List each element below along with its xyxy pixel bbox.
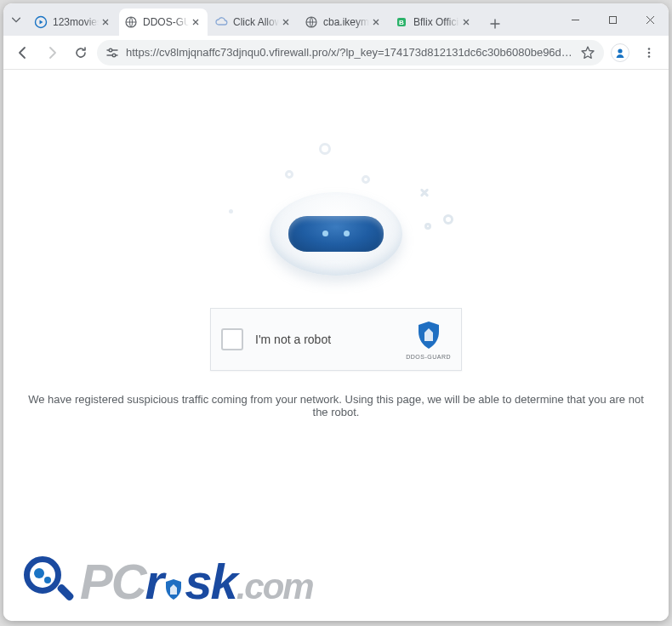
close-icon	[646, 15, 655, 25]
tab-title: DDOS-GUARD	[143, 16, 189, 28]
globe-icon	[305, 15, 318, 29]
minimize-button[interactable]	[556, 3, 594, 36]
tab-title: 123movies	[53, 16, 99, 28]
bflix-icon: B	[395, 15, 408, 29]
watermark-risk: rsk	[145, 557, 236, 606]
svg-rect-12	[170, 588, 177, 595]
close-icon	[373, 19, 379, 26]
tune-icon	[105, 46, 119, 60]
new-tab-button[interactable]	[483, 12, 507, 36]
tab-1[interactable]: DDOS-GUARD	[119, 9, 208, 36]
svg-point-10	[648, 51, 651, 54]
watermark-com: .com	[236, 569, 313, 605]
arrow-right-icon	[45, 46, 59, 60]
maximize-icon	[608, 15, 618, 25]
titlebar: 123movies DDOS-GUARD Click Allow	[3, 3, 669, 36]
close-icon	[282, 19, 289, 26]
svg-point-6	[109, 48, 112, 52]
svg-point-9	[648, 48, 651, 50]
forward-button[interactable]	[39, 40, 65, 65]
svg-point-11	[648, 55, 651, 58]
tab-close-button[interactable]	[279, 15, 293, 29]
close-icon	[102, 19, 109, 26]
watermark-pc: PC	[80, 557, 145, 606]
robot-illustration	[217, 138, 455, 291]
captcha-brand: DDOS-GUARD	[406, 320, 451, 360]
close-icon	[463, 19, 470, 26]
tab-title: cba.ikeyma	[323, 16, 369, 28]
url-text: https://cv8lmjqnaffc73djnqu0.vfirewall.p…	[126, 46, 573, 59]
kebab-icon	[643, 47, 655, 59]
tab-title: Bflix Official	[413, 16, 459, 28]
watermark-text: PC rsk .com	[80, 557, 313, 606]
tab-close-button[interactable]	[369, 15, 383, 29]
play-icon	[34, 15, 48, 29]
bookmark-button[interactable]	[580, 45, 595, 60]
tab-2[interactable]: Click Allow	[209, 9, 298, 36]
magnifier-icon	[22, 555, 77, 609]
reload-button[interactable]	[68, 40, 94, 65]
tab-0[interactable]: 123movies	[29, 9, 117, 36]
svg-rect-5	[609, 16, 616, 23]
maximize-button[interactable]	[594, 3, 631, 36]
omnibox[interactable]: https://cv8lmjqnaffc73djnqu0.vfirewall.p…	[97, 40, 604, 65]
shield-icon	[415, 320, 442, 350]
reload-icon	[74, 46, 88, 60]
tab-close-button[interactable]	[189, 15, 202, 29]
watermark: PC rsk .com	[22, 555, 313, 609]
globe-icon	[124, 15, 138, 29]
captcha-box: I'm not a robot DDOS-GUARD	[210, 308, 462, 371]
tab-4[interactable]: B Bflix Official	[390, 9, 478, 36]
close-window-button[interactable]	[631, 3, 669, 36]
tab-close-button[interactable]	[99, 15, 112, 29]
browser-window: 123movies DDOS-GUARD Click Allow	[3, 3, 669, 621]
svg-point-8	[618, 48, 622, 53]
captcha-label: I'm not a robot	[255, 333, 406, 346]
tab-title: Click Allow	[233, 16, 279, 28]
page-content: I'm not a robot DDOS-GUARD We have regis…	[3, 70, 669, 621]
star-icon	[580, 45, 595, 60]
captcha-brand-text: DDOS-GUARD	[406, 354, 451, 360]
address-bar: https://cv8lmjqnaffc73djnqu0.vfirewall.p…	[3, 36, 669, 70]
svg-point-7	[112, 54, 116, 57]
chevron-down-icon	[10, 14, 22, 26]
svg-text:B: B	[399, 19, 404, 26]
cloud-icon	[214, 15, 228, 29]
window-controls	[556, 3, 669, 36]
avatar-icon	[611, 43, 629, 62]
notice-text: We have registered suspicious traffic co…	[3, 393, 669, 418]
plus-icon	[490, 19, 500, 29]
shield-icon	[164, 578, 183, 600]
back-button[interactable]	[10, 40, 36, 65]
profile-button[interactable]	[607, 40, 633, 65]
menu-button[interactable]	[636, 40, 662, 65]
arrow-left-icon	[16, 46, 30, 60]
site-info-button[interactable]	[105, 46, 119, 60]
tabs-strip: 123movies DDOS-GUARD Click Allow	[29, 3, 507, 36]
close-icon	[192, 19, 199, 26]
tabs-dropdown-button[interactable]	[3, 3, 29, 36]
tab-3[interactable]: cba.ikeyma	[299, 9, 388, 36]
tab-close-button[interactable]	[459, 15, 473, 29]
captcha-checkbox[interactable]	[221, 328, 243, 350]
minimize-icon	[571, 15, 580, 25]
